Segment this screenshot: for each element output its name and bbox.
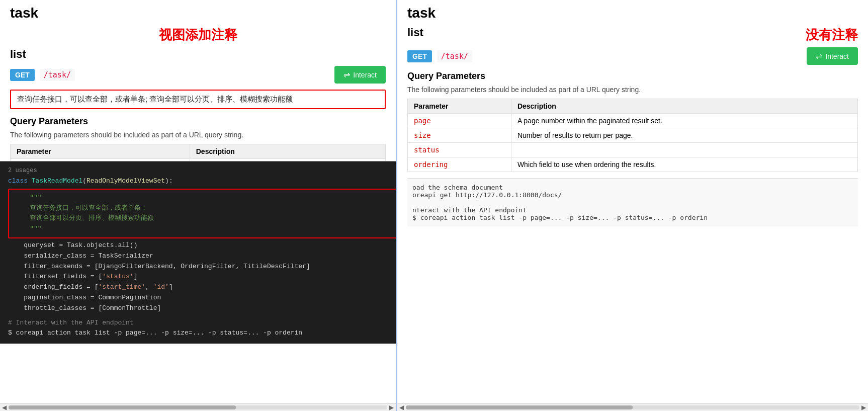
right-param-name: ordering (408, 157, 511, 172)
right-scrollbar[interactable]: ◀ ▶ (397, 403, 868, 411)
right-coreapi-line4: $ coreapi action task list -p page=... -… (412, 214, 853, 221)
left-code-bottom: $ coreapi action task list -p page=... -… (8, 328, 397, 339)
left-task-title: task (10, 5, 386, 21)
left-list-title: list (10, 48, 386, 61)
left-code-throttle: throttle_classes = [CommonThrottle] (8, 303, 397, 314)
left-endpoint-path: /task/ (40, 69, 75, 81)
right-scrollbar-thumb[interactable] (406, 405, 633, 409)
right-interact-label: Interact (825, 52, 849, 60)
left-code-serializer: serializer_class = TaskSerializer (8, 251, 397, 262)
left-doc-line2: 查询全部可以分页、排序、模糊搜索功能额 (14, 213, 393, 224)
left-scrollbar-track[interactable] (9, 405, 387, 409)
right-coreapi-line1: oad the schema document (412, 184, 853, 191)
right-coreapi-line2: oreapi get http://127.0.0.1:8000/docs/ (412, 191, 853, 199)
right-scroll-left-arrow[interactable]: ◀ (399, 404, 404, 411)
left-code-line1: class TaskReadModel(ReadOnlyModelViewSet… (8, 176, 397, 187)
left-code-usages: 2 usages (8, 167, 397, 174)
right-endpoint-left: GET /task/ (407, 50, 472, 62)
right-panel: task list 没有注释 GET /task/ ⇌ Interact Que… (397, 0, 868, 411)
right-coreapi-line3: nteract with the API endpoint (412, 206, 853, 214)
right-param-desc: Number of results to return per page. (511, 128, 857, 143)
right-query-params-desc: The following parameters should be inclu… (407, 86, 858, 94)
left-scrollbar[interactable]: ◀ ▶ (0, 403, 396, 411)
right-task-title: task (407, 5, 858, 21)
left-table-header-param: Parameter (11, 144, 190, 159)
left-endpoint-left: GET /task/ (10, 69, 75, 81)
right-param-desc: A page number within the paginated resul… (511, 114, 857, 128)
left-scrollbar-thumb[interactable] (9, 405, 236, 409)
left-code-interact-comment: # Interact with the API endpoint (8, 318, 397, 328)
right-coreapi-section: oad the schema document oreapi get http:… (407, 178, 858, 226)
right-list-title: list (407, 26, 423, 39)
right-coreapi-spacer (412, 199, 853, 206)
left-panel: task 视图添加注释 list GET /task/ ⇌ Interact 查… (0, 0, 397, 411)
right-annotation-label: 没有注释 (806, 26, 858, 44)
right-interact-button[interactable]: ⇌ Interact (807, 47, 858, 65)
left-interact-label: Interact (353, 71, 377, 79)
right-table-header-desc: Description (511, 99, 857, 114)
left-table-header-desc: Description (190, 144, 385, 159)
left-query-params-desc: The following parameters should be inclu… (10, 131, 386, 139)
right-endpoint-path: /task/ (437, 50, 472, 62)
left-scroll-left-arrow[interactable]: ◀ (2, 404, 7, 411)
left-annotation-label: 视图添加注释 (10, 26, 386, 44)
right-param-name: size (408, 128, 511, 143)
right-method-badge: GET (407, 50, 432, 62)
right-param-desc (511, 143, 857, 157)
left-code-filterset: filterset_fields = ['status'] (8, 272, 397, 282)
right-param-name: page (408, 114, 511, 128)
right-scrollbar-track[interactable] (406, 405, 859, 409)
right-scroll-right-arrow[interactable]: ▶ (861, 404, 866, 411)
left-doc-close: """ (14, 224, 393, 234)
left-interact-icon: ⇌ (343, 70, 350, 79)
left-endpoint-row: GET /task/ ⇌ Interact (10, 66, 386, 84)
left-code-filter: filter_backends = [DjangoFilterBackend, … (8, 262, 397, 272)
left-code-ordering: ordering_fields = ['start_time', 'id'] (8, 282, 397, 293)
table-row: sizeNumber of results to return per page… (408, 128, 858, 143)
table-row: pageA page number within the paginated r… (408, 114, 858, 128)
right-endpoint-row: GET /task/ ⇌ Interact (407, 47, 858, 65)
left-method-badge: GET (10, 69, 35, 81)
right-table-header-param: Parameter (408, 99, 511, 114)
right-interact-icon: ⇌ (816, 51, 822, 61)
left-scroll-right-arrow[interactable]: ▶ (389, 404, 394, 411)
left-description-box: 查询任务接口，可以查全部，或者单条; 查询全部可以分页、排序、模糊搜索功能额 (10, 90, 386, 109)
left-code-pagination: pagination_class = CommonPagination (8, 293, 397, 303)
right-param-desc: Which field to use when ordering the res… (511, 157, 857, 172)
right-param-name: status (408, 143, 511, 157)
left-query-params-title: Query Parameters (10, 116, 386, 127)
left-code-docstring: """ 查询任务接口，可以查全部，或者单条； 查询全部可以分页、排序、模糊搜索功… (8, 189, 397, 238)
right-params-table: Parameter Description pageA page number … (407, 99, 858, 172)
left-doc-line1: 查询任务接口，可以查全部，或者单条； (14, 203, 393, 214)
left-code-overlay: 2 usages class TaskReadModel(ReadOnlyMod… (0, 161, 397, 344)
left-doc-open: """ (14, 193, 393, 203)
left-code-queryset: queryset = Task.objects.all() (8, 240, 397, 251)
left-interact-button[interactable]: ⇌ Interact (334, 66, 386, 84)
table-row: orderingWhich field to use when ordering… (408, 157, 858, 172)
right-query-params-title: Query Parameters (407, 71, 858, 81)
table-row: status (408, 143, 858, 157)
